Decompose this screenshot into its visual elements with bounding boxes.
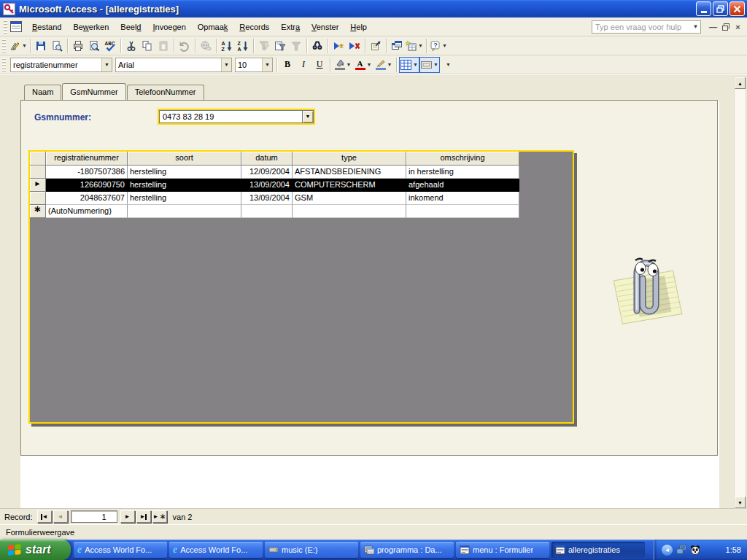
cell-empty[interactable] [241,205,293,218]
delete-record-button[interactable] [347,38,363,54]
menu-bestand[interactable]: Bestand [26,20,67,34]
chevron-down-icon[interactable]: ▼ [442,43,447,48]
fill-color-button[interactable]: ▼ [333,57,353,73]
chevron-down-icon[interactable]: ▼ [387,62,392,67]
cell-registratienummer[interactable]: 1266090750 [46,179,128,192]
col-header-registratienummer[interactable]: registratienummer [46,152,128,166]
taskbar-task-1[interactable]: eAccess World Fo... [74,542,167,558]
taskbar-task-4[interactable]: programma : Da... [360,542,454,558]
tab-telefoonnummer[interactable]: TelefoonNummer [127,85,204,100]
toolbar-grip[interactable] [2,39,6,52]
clippy-assistant[interactable] [605,246,686,327]
cell-type[interactable]: GSM [293,192,406,205]
chevron-down-icon[interactable]: ▼ [221,58,231,71]
menu-extra[interactable]: Extra [275,20,306,34]
new-record-button[interactable]: ►∗ [152,510,167,523]
col-header-soort[interactable]: soort [128,152,241,166]
cell-type[interactable]: AFSTANDSBEDIENING [293,166,406,179]
cell-autonumber[interactable]: (AutoNummering) [46,205,128,218]
menu-bewerken[interactable]: Bewerken [67,20,115,34]
restore-button[interactable] [713,1,728,16]
chevron-down-icon[interactable]: ▼ [418,43,423,48]
chevron-down-icon[interactable]: ▼ [413,62,418,67]
menu-venster[interactable]: Venster [306,20,344,34]
form-system-icon[interactable] [10,21,22,32]
chevron-down-icon[interactable]: ▼ [367,62,372,67]
tray-chevron-icon[interactable]: ◄ [662,545,673,556]
new-object-button[interactable]: ▼ [405,38,424,54]
filter-by-selection-button[interactable] [256,38,272,54]
properties-button[interactable] [368,38,384,54]
chevron-down-icon[interactable]: ▼ [302,110,314,123]
cell-soort[interactable]: herstelling [128,192,241,205]
cell-datum[interactable]: 12/09/2004 [241,166,293,179]
taskbar-task-3[interactable]: music (E:) [265,542,358,558]
vertical-scrollbar[interactable]: ▲ ▼ [734,77,746,509]
chevron-down-icon[interactable]: ▼ [101,58,112,71]
database-window-button[interactable] [389,38,405,54]
insert-hyperlink-button[interactable] [198,38,214,54]
filter-by-form-button[interactable] [272,38,288,54]
cell-registratienummer[interactable]: -1807507386 [46,166,128,179]
taskbar-task-2[interactable]: eAccess World Fo... [169,542,263,558]
help-question-input[interactable]: Typ een vraag voor hulp ▼ [592,20,701,34]
toolbar-options-button[interactable]: ▼ [440,57,456,73]
mdi-restore-button[interactable] [719,21,732,32]
cell-datum[interactable]: 13/09/2004 [241,192,293,205]
new-record-selector[interactable]: ∗ [30,205,46,218]
spelling-button[interactable]: ABC [102,38,118,54]
col-header-datum[interactable]: datum [241,152,293,166]
gsmnummer-combo[interactable]: 0473 83 28 19 ▼ [158,109,315,125]
toolbar-grip[interactable] [2,58,6,71]
print-preview-button[interactable] [86,38,102,54]
italic-button[interactable]: I [295,57,311,73]
current-record-input[interactable]: 1 [71,510,117,523]
save-button[interactable] [33,38,49,54]
chevron-down-icon[interactable]: ▼ [347,62,352,67]
help-button[interactable]: ?▼ [429,38,448,54]
chevron-down-icon[interactable]: ▼ [691,21,700,33]
undo-button[interactable] [177,38,193,54]
scroll-down-button[interactable]: ▼ [735,497,746,508]
chevron-down-icon[interactable]: ▼ [262,58,272,71]
cell-registratienummer[interactable]: 2048637607 [46,192,128,205]
mdi-close-button[interactable]: × [732,21,744,32]
cell-empty[interactable] [128,205,241,218]
cell-soort[interactable]: herstelling [128,179,241,192]
next-record-button[interactable]: ► [120,510,135,523]
menu-opmaak[interactable]: Opmaak [192,20,234,34]
copy-button[interactable] [139,38,155,54]
menu-help[interactable]: Help [344,20,373,34]
scroll-up-button[interactable]: ▲ [735,77,746,89]
cell-omschrijving[interactable]: inkomend [406,192,519,205]
taskbar-task-5[interactable]: menu : Formulier [456,542,549,558]
bold-button[interactable]: B [279,57,295,73]
menu-invoegen[interactable]: Invoegen [147,20,191,34]
cell-type[interactable]: COMPUTERSCHERM [293,179,406,192]
apply-filter-button[interactable] [288,38,304,54]
special-effect-button[interactable]: ▼ [419,57,440,73]
line-color-button[interactable]: ▼ [374,57,394,73]
cell-soort[interactable]: herstelling [128,166,241,179]
network-tray-icon[interactable] [676,545,686,555]
field-select-combo[interactable]: registratienummer ▼ [10,58,112,72]
selector-corner[interactable] [30,152,46,166]
menu-beeld[interactable]: Beeld [115,20,147,34]
cell-empty[interactable] [293,205,406,218]
mdi-minimize-button[interactable]: — [707,21,719,32]
close-button[interactable] [729,1,745,16]
start-button[interactable]: start [0,540,71,560]
file-search-button[interactable] [49,38,65,54]
sort-ascending-button[interactable]: AZ [219,38,235,54]
previous-record-button[interactable]: ◄ [53,510,68,523]
cell-datum[interactable]: 13/09/2004 [241,179,293,192]
panda-tray-icon[interactable] [690,545,700,555]
font-color-button[interactable]: A ▼ [353,57,374,73]
print-button[interactable] [70,38,86,54]
row-selector-current[interactable]: ► [30,179,46,192]
chevron-down-icon[interactable]: ▼ [433,62,438,67]
first-record-button[interactable]: ◄ [37,510,52,523]
cut-button[interactable] [123,38,139,54]
underline-button[interactable]: U [311,57,328,73]
font-combo[interactable]: Arial ▼ [115,58,232,72]
